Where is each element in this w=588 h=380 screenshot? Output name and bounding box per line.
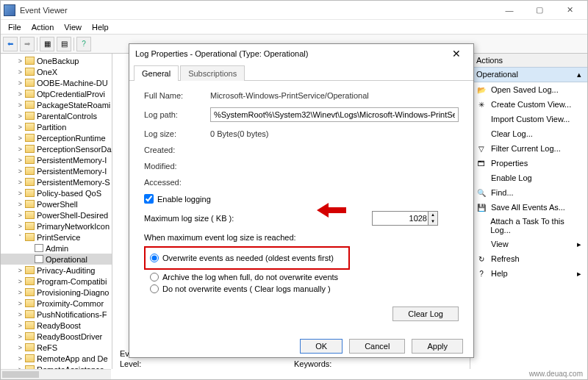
title-bar: Event Viewer — ▢ ✕ xyxy=(1,1,587,20)
tree-item[interactable]: >OneBackup xyxy=(1,55,112,66)
tree-item[interactable]: >Partition xyxy=(1,121,112,132)
window-title: Event Viewer xyxy=(20,6,495,15)
action-item[interactable]: Clear Log... xyxy=(470,126,587,141)
tree-item[interactable]: >RemoteAssistance xyxy=(1,364,112,369)
tree-item[interactable]: >RemoteApp and De xyxy=(1,353,112,364)
action-icon: ▽ xyxy=(476,143,487,154)
action-icon: ↻ xyxy=(476,254,487,264)
ok-button[interactable]: OK xyxy=(300,339,343,354)
help-icon[interactable]: ? xyxy=(76,37,91,51)
tree-item[interactable]: >PersistentMemory-I xyxy=(1,154,112,165)
logpath-input[interactable] xyxy=(210,107,459,122)
tree-item[interactable]: Operational xyxy=(1,254,112,265)
radio-overwrite[interactable] xyxy=(150,254,159,262)
radio-archive[interactable] xyxy=(150,273,159,282)
tree-item[interactable]: >PushNotifications-F xyxy=(1,309,112,320)
action-icon: ✳ xyxy=(476,99,487,110)
action-item[interactable]: 💾Save All Events As... xyxy=(470,200,587,215)
cancel-button[interactable]: Cancel xyxy=(349,339,405,354)
tree-item[interactable]: >PackageStateRoami xyxy=(1,99,112,110)
enable-logging-checkbox[interactable] xyxy=(144,194,154,204)
tree-item[interactable]: >Provisioning-Diagno xyxy=(1,287,112,298)
spin-up-icon: ▲ xyxy=(429,212,437,218)
action-item[interactable]: ▽Filter Current Log... xyxy=(470,141,587,156)
action-item[interactable]: ↻Refresh xyxy=(470,251,587,266)
annotation-arrow-icon xyxy=(317,201,346,219)
menu-help[interactable]: Help xyxy=(87,21,113,33)
tab-subscriptions[interactable]: Subscriptions xyxy=(180,65,245,81)
tree-item[interactable]: Admin xyxy=(1,243,112,254)
minimize-button[interactable]: — xyxy=(495,3,524,18)
tree-item[interactable]: >Policy-based QoS xyxy=(1,187,112,198)
tree-item[interactable]: ˅PrintService xyxy=(1,232,112,243)
fullname-label: Full Name: xyxy=(144,91,210,100)
tree-item[interactable]: >Program-Compatibi xyxy=(1,276,112,287)
tree-item[interactable]: >Privacy-Auditing xyxy=(1,265,112,276)
tree-item[interactable]: >PowerShell-Desired xyxy=(1,209,112,221)
maxsize-spinner[interactable]: 1028▲▼ xyxy=(372,211,438,226)
close-button[interactable]: ✕ xyxy=(555,3,584,18)
enable-logging-label: Enable logging xyxy=(157,195,211,204)
clear-log-button[interactable]: Clear Log xyxy=(392,306,459,321)
tab-general[interactable]: General xyxy=(134,65,179,81)
when-max-label: When maximum event log size is reached: xyxy=(144,233,459,242)
action-icon xyxy=(476,173,487,183)
dialog-close-button[interactable]: ✕ xyxy=(445,46,467,61)
logpath-label: Log path: xyxy=(144,110,210,119)
action-item[interactable]: 🔍Find... xyxy=(470,185,587,200)
menu-file[interactable]: File xyxy=(4,21,26,33)
created-label: Created: xyxy=(144,146,210,154)
action-icon: 🔍 xyxy=(476,187,487,198)
forward-button[interactable]: ➡ xyxy=(20,37,35,51)
tree-item[interactable]: >ReadyBoost xyxy=(1,320,112,331)
log-properties-dialog: Log Properties - Operational (Type: Oper… xyxy=(129,43,474,358)
tree-item[interactable]: >OneX xyxy=(1,66,112,77)
tree-item[interactable]: >PersistentMemory-I xyxy=(1,165,112,176)
action-icon xyxy=(476,239,487,249)
tree-item[interactable]: >PerceptionRuntime xyxy=(1,132,112,143)
actions-pane: Actions Operational▴ 📂Open Saved Log...✳… xyxy=(470,54,587,369)
tree-item[interactable]: >PersistentMemory-S xyxy=(1,176,112,187)
dialog-title: Log Properties - Operational (Type: Oper… xyxy=(135,49,445,58)
action-icon: 💾 xyxy=(476,202,487,212)
action-item[interactable]: ✳Create Custom View... xyxy=(470,97,587,112)
tool-icon[interactable]: ▦ xyxy=(40,37,54,51)
tree-item[interactable]: >ReFS xyxy=(1,342,112,353)
apply-button[interactable]: Apply xyxy=(412,339,463,354)
nav-tree[interactable]: >OneBackup>OneX>OOBE-Machine-DU>OtpCrede… xyxy=(1,54,112,369)
radio-manual[interactable] xyxy=(150,284,159,293)
action-icon xyxy=(476,129,487,139)
svg-marker-0 xyxy=(317,203,346,218)
action-icon: 📂 xyxy=(476,85,487,95)
actions-header: Actions xyxy=(470,54,587,67)
watermark: www.deuaq.com xyxy=(529,370,583,378)
tree-item[interactable]: >OOBE-Machine-DU xyxy=(1,77,112,88)
tree-item[interactable]: >ReadyBoostDriver xyxy=(1,331,112,342)
actions-group[interactable]: Operational▴ xyxy=(470,67,587,82)
tree-item[interactable]: >PowerShell xyxy=(1,198,112,209)
action-item[interactable]: Import Custom View... xyxy=(470,112,587,126)
action-item[interactable]: View▸ xyxy=(470,237,587,251)
tool-icon[interactable]: ▤ xyxy=(57,37,71,51)
tree-item[interactable]: >PerceptionSensorDa xyxy=(1,143,112,154)
spin-down-icon: ▼ xyxy=(429,218,437,225)
action-icon: ? xyxy=(476,268,487,279)
action-item[interactable]: ?Help▸ xyxy=(470,266,587,281)
collapse-icon[interactable]: ▴ xyxy=(577,70,581,79)
action-item[interactable]: 📂Open Saved Log... xyxy=(470,82,587,97)
tree-scrollbar[interactable] xyxy=(1,369,111,379)
menu-action[interactable]: Action xyxy=(27,21,59,33)
tree-item[interactable]: >ParentalControls xyxy=(1,110,112,121)
app-icon xyxy=(4,4,15,16)
maxsize-label: Maximum log size ( KB ): xyxy=(144,214,262,223)
tree-item[interactable]: >PrimaryNetworkIcon xyxy=(1,221,112,232)
radio-highlight: Overwrite events as needed (oldest event… xyxy=(144,246,350,270)
back-button[interactable]: ⬅ xyxy=(3,37,18,51)
action-item[interactable]: Enable Log xyxy=(470,171,587,185)
menu-view[interactable]: View xyxy=(60,21,86,33)
tree-item[interactable]: >OtpCredentialProvi xyxy=(1,88,112,99)
action-item[interactable]: 🗔Properties xyxy=(470,156,587,171)
action-item[interactable]: Attach a Task To this Log... xyxy=(470,215,587,237)
tree-item[interactable]: >Proximity-Commor xyxy=(1,298,112,309)
maximize-button[interactable]: ▢ xyxy=(525,3,554,18)
